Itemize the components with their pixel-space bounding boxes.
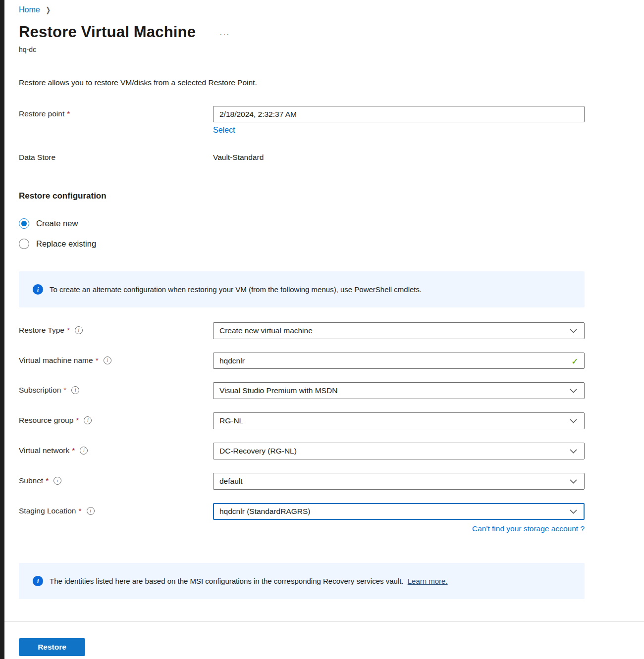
resource-group-label: Resource group * i: [19, 412, 213, 425]
vm-name-row: Virtual machine name * i ✓: [19, 353, 585, 369]
restore-type-row: Restore Type * i Create new virtual mach…: [19, 322, 585, 339]
subnet-row: Subnet * i default: [19, 473, 585, 490]
subscription-select[interactable]: Visual Studio Premium with MSDN: [213, 382, 585, 399]
required-asterisk: *: [78, 507, 81, 515]
radio-unselected-icon[interactable]: [19, 239, 29, 249]
restore-form: Restore Type * i Create new virtual mach…: [19, 322, 585, 533]
subnet-select[interactable]: default: [213, 473, 585, 490]
restore-configuration-radio-group: Create new Replace existing: [19, 216, 585, 251]
restore-type-select[interactable]: Create new virtual machine: [213, 322, 585, 339]
restore-configuration-heading: Restore configuration: [19, 191, 585, 201]
resource-group-row: Resource group * i RG-NL: [19, 412, 585, 429]
vm-name-subtitle: hq-dc: [19, 46, 585, 53]
breadcrumb: Home ❯: [19, 0, 585, 14]
more-options-icon[interactable]: ···: [219, 27, 230, 38]
info-tooltip-icon[interactable]: i: [84, 416, 92, 424]
staging-location-select[interactable]: hqdcnlr (StandardRAGRS): [213, 503, 585, 520]
radio-replace-existing-label: Replace existing: [36, 239, 96, 249]
staging-location-row: Staging Location * i hqdcnlr (StandardRA…: [19, 503, 585, 520]
virtual-network-row: Virtual network * i DC-Recovery (RG-NL): [19, 443, 585, 459]
info-tooltip-icon[interactable]: i: [75, 326, 83, 334]
restore-point-row: Restore point * Select: [19, 106, 585, 135]
chevron-down-icon: [570, 419, 577, 423]
required-asterisk: *: [63, 386, 66, 395]
info-tooltip-icon[interactable]: i: [104, 356, 111, 364]
vm-name-input[interactable]: [213, 353, 585, 369]
required-asterisk: *: [96, 356, 99, 365]
breadcrumb-chevron-icon: ❯: [46, 5, 50, 14]
radio-create-new[interactable]: Create new: [19, 216, 585, 230]
cant-find-storage-link[interactable]: Can't find your storage account ?: [472, 524, 585, 533]
restore-point-input[interactable]: [213, 106, 585, 122]
restore-vm-blade: Home ❯ Restore Virtual Machine ··· hq-dc…: [19, 0, 585, 599]
chevron-down-icon: [570, 479, 577, 484]
required-asterisk: *: [46, 476, 49, 485]
left-dark-rail: [0, 0, 4, 659]
restore-button[interactable]: Restore: [19, 638, 85, 656]
learn-more-link[interactable]: Learn more.: [408, 577, 448, 585]
required-asterisk: *: [67, 326, 70, 335]
restore-type-label: Restore Type * i: [19, 322, 213, 335]
data-store-value: Vault-Standard: [213, 150, 585, 162]
chevron-down-icon: [570, 389, 577, 393]
subscription-row: Subscription * i Visual Studio Premium w…: [19, 382, 585, 399]
required-asterisk: *: [67, 109, 70, 118]
info-tooltip-icon[interactable]: i: [80, 447, 88, 455]
powershell-info-text: To create an alternate configuration whe…: [50, 285, 422, 294]
info-tooltip-icon[interactable]: i: [54, 477, 61, 485]
chevron-down-icon: [570, 449, 577, 454]
identities-info-text: The identities listed here are based on …: [50, 577, 448, 585]
intro-text: Restore allows you to restore VM/disks f…: [19, 78, 585, 87]
virtual-network-select[interactable]: DC-Recovery (RG-NL): [213, 443, 585, 459]
radio-replace-existing[interactable]: Replace existing: [19, 237, 585, 251]
data-store-label: Data Store: [19, 150, 213, 162]
staging-location-label: Staging Location * i: [19, 503, 213, 515]
info-tooltip-icon[interactable]: i: [87, 507, 95, 515]
resource-group-select[interactable]: RG-NL: [213, 412, 585, 429]
valid-checkmark-icon: ✓: [571, 356, 579, 367]
data-store-row: Data Store Vault-Standard: [19, 150, 585, 162]
restore-point-select-link[interactable]: Select: [213, 126, 235, 134]
restore-point-label: Restore point *: [19, 106, 213, 118]
identities-info-banner: i The identities listed here are based o…: [19, 563, 585, 599]
footer-divider: [4, 621, 644, 622]
chevron-down-icon: [570, 509, 577, 514]
radio-selected-icon[interactable]: [19, 218, 29, 229]
info-icon: i: [33, 576, 43, 586]
virtual-network-label: Virtual network * i: [19, 443, 213, 455]
subnet-label: Subnet * i: [19, 473, 213, 485]
vm-name-label: Virtual machine name * i: [19, 353, 213, 365]
required-asterisk: *: [76, 416, 79, 425]
breadcrumb-home-link[interactable]: Home: [19, 5, 40, 14]
info-tooltip-icon[interactable]: i: [71, 386, 79, 394]
required-asterisk: *: [72, 446, 75, 455]
radio-create-new-label: Create new: [36, 219, 78, 228]
page-title: Restore Virtual Machine: [19, 23, 196, 41]
info-icon: i: [33, 284, 43, 295]
chevron-down-icon: [570, 329, 577, 333]
powershell-info-banner: i To create an alternate configuration w…: [19, 271, 585, 307]
subscription-label: Subscription * i: [19, 382, 213, 395]
